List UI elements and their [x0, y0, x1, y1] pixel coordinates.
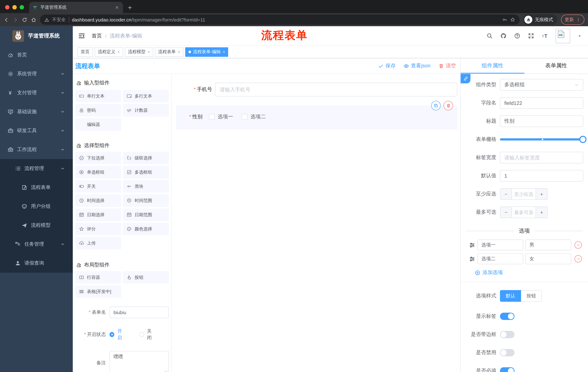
- copy-component-button[interactable]: [431, 101, 441, 110]
- component-item[interactable]: 多行文本: [123, 90, 169, 102]
- default-value-input[interactable]: [500, 170, 583, 182]
- sidebar-item[interactable]: 系统管理: [0, 64, 73, 83]
- style-default-button[interactable]: 默认: [500, 290, 521, 302]
- forward-icon[interactable]: [13, 17, 18, 22]
- component-item[interactable]: 表格[开发中]: [75, 285, 121, 298]
- browser-tab[interactable]: 芋道管理系统: [29, 2, 123, 13]
- max-select-input[interactable]: [512, 207, 536, 218]
- font-size-icon[interactable]: TT: [542, 33, 548, 39]
- form-remark-textarea[interactable]: [110, 351, 169, 372]
- minimize-window-button[interactable]: [12, 5, 17, 10]
- sidebar-item[interactable]: 工作流程: [0, 140, 73, 159]
- delete-component-button[interactable]: [443, 101, 453, 110]
- sidebar-item[interactable]: 首页: [0, 45, 73, 64]
- label-width-input[interactable]: [500, 152, 583, 163]
- component-item[interactable]: 编辑器: [75, 118, 121, 131]
- avatar[interactable]: [556, 29, 570, 43]
- toggle-switch[interactable]: [500, 313, 514, 320]
- tag[interactable]: 流程表单 ×: [155, 47, 183, 57]
- stepper-plus-icon[interactable]: +: [536, 189, 547, 200]
- sidebar-item[interactable]: 基础设施: [0, 102, 73, 121]
- maximize-window-button[interactable]: [20, 5, 24, 10]
- stepper-minus-icon[interactable]: −: [500, 207, 512, 218]
- component-item[interactable]: 时间选择: [75, 194, 121, 207]
- component-item[interactable]: 单行文本: [75, 90, 121, 102]
- sidebar-subitem[interactable]: 流程管理: [0, 159, 73, 178]
- new-tab-button[interactable]: [127, 5, 132, 10]
- slider-knob[interactable]: [579, 136, 587, 143]
- status-radio-open[interactable]: 开启: [110, 328, 126, 341]
- remove-option-icon[interactable]: [575, 255, 582, 262]
- component-item[interactable]: 上传: [75, 237, 121, 249]
- tag[interactable]: 流程表单-编辑 ×: [185, 47, 228, 57]
- component-item[interactable]: 颜色选择: [123, 223, 169, 235]
- component-item[interactable]: 日期范围: [123, 209, 169, 221]
- link-tag-icon[interactable]: [461, 74, 471, 83]
- home-icon[interactable]: [31, 17, 36, 22]
- resize-handle[interactable]: [165, 371, 168, 372]
- tab-form-props[interactable]: 表单属性: [524, 58, 588, 74]
- form-canvas[interactable]: *手机号 *性别: [172, 74, 460, 372]
- style-button-button[interactable]: 按钮: [521, 290, 542, 302]
- sidebar-subitem[interactable]: 用户分组: [0, 197, 73, 216]
- canvas-field-gender-selected[interactable]: *性别 选项一 选项二: [176, 106, 457, 130]
- avatar-caret-icon[interactable]: [578, 34, 581, 38]
- drag-handle-icon[interactable]: [469, 242, 475, 248]
- tab-component-props[interactable]: 组件属性: [461, 58, 524, 74]
- form-grid-slider[interactable]: [500, 134, 583, 145]
- browser-update-button[interactable]: 更新: [561, 15, 584, 25]
- checkbox-icon[interactable]: [209, 114, 215, 120]
- remove-option-icon[interactable]: [575, 241, 582, 249]
- field-name-input[interactable]: [500, 97, 583, 109]
- sidebar-item[interactable]: ¥ 支付管理: [0, 83, 73, 102]
- option-label-input[interactable]: [477, 240, 523, 250]
- title-input[interactable]: [500, 115, 583, 127]
- component-item[interactable]: 级联选择: [123, 152, 169, 164]
- toggle-switch[interactable]: [500, 367, 514, 372]
- phone-input[interactable]: [215, 83, 457, 96]
- sidebar-subitem[interactable]: 流程表单: [0, 178, 73, 197]
- sidebar-collapse-icon[interactable]: [73, 32, 89, 39]
- sidebar-subitem[interactable]: 请假查询: [0, 254, 73, 273]
- option-label-input[interactable]: [477, 253, 523, 264]
- stepper-minus-icon[interactable]: −: [500, 189, 512, 200]
- option-value-input[interactable]: [525, 240, 571, 250]
- back-icon[interactable]: [4, 17, 9, 22]
- component-item[interactable]: 123 计数器: [123, 104, 169, 117]
- sidebar-item[interactable]: 研发工具: [0, 121, 73, 140]
- tag-close-icon[interactable]: ×: [178, 50, 180, 54]
- tab-close-icon[interactable]: [115, 5, 119, 10]
- component-item[interactable]: 时间范围: [123, 194, 169, 207]
- checkbox-icon[interactable]: [242, 114, 248, 120]
- option-value-input[interactable]: [525, 253, 571, 264]
- component-item[interactable]: 多选框组: [123, 166, 169, 178]
- address-bar[interactable]: 不安全 dashboard.yudao.iocoder.cn/bpm/manag…: [40, 15, 520, 25]
- min-select-input[interactable]: [512, 189, 536, 200]
- drag-handle-icon[interactable]: [469, 256, 475, 262]
- clear-button[interactable]: 清空: [439, 63, 456, 69]
- sidebar-subitem[interactable]: 流程模型: [0, 216, 73, 235]
- close-window-button[interactable]: [5, 5, 10, 10]
- tag-close-icon[interactable]: ×: [223, 50, 225, 54]
- tag-close-icon[interactable]: ×: [148, 50, 150, 54]
- status-radio-closed[interactable]: 关闭: [139, 328, 156, 341]
- breadcrumb-home[interactable]: 首页: [92, 32, 102, 39]
- component-item[interactable]: 下拉选择: [75, 152, 121, 164]
- toggle-switch[interactable]: [500, 331, 514, 338]
- component-type-select[interactable]: 多选框组: [500, 79, 583, 91]
- toggle-switch[interactable]: [500, 349, 514, 356]
- tag[interactable]: 流程模型 ×: [125, 47, 153, 57]
- component-item[interactable]: 评分: [75, 223, 121, 235]
- sidebar-subitem[interactable]: 任务管理: [0, 235, 73, 254]
- search-icon[interactable]: [486, 33, 493, 39]
- save-button[interactable]: 保存: [378, 63, 396, 69]
- canvas-field-phone[interactable]: *手机号: [172, 83, 460, 96]
- browser-menu-icon[interactable]: [576, 17, 581, 22]
- tag[interactable]: 首页: [77, 47, 93, 57]
- gender-checkbox[interactable]: 选项二: [242, 114, 266, 120]
- add-option-button[interactable]: 添加选项: [475, 269, 588, 276]
- tag-close-icon[interactable]: ×: [117, 50, 120, 54]
- help-icon[interactable]: [514, 33, 520, 39]
- stepper-plus-icon[interactable]: +: [536, 207, 547, 218]
- view-json-button[interactable]: 查看json: [404, 63, 430, 69]
